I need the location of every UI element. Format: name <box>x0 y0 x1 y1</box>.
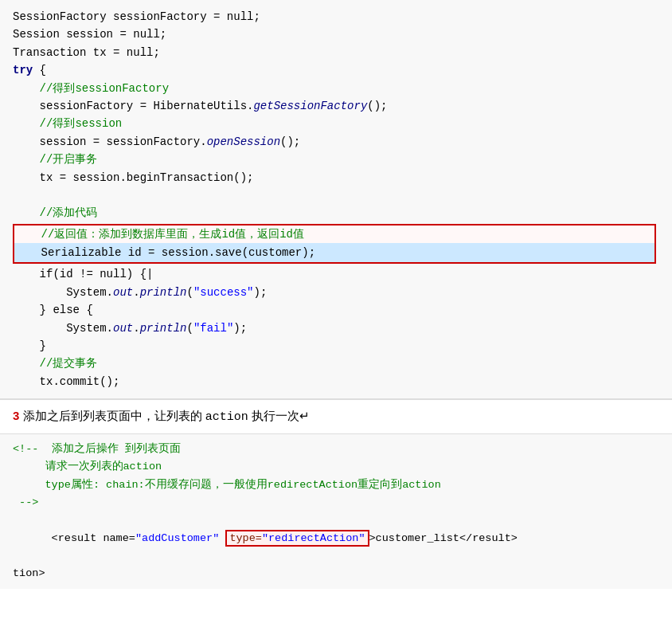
xml-line-5: <result name="addCustomer" type="redirec… <box>13 512 659 565</box>
code-line-13: //返回值：添加到数据库里面，生成id值，返回id值 <box>14 225 654 243</box>
code-line-8: session = sessionFactory.openSession(); <box>13 133 659 151</box>
code-line-10: tx = session.beginTransaction(); <box>13 169 659 186</box>
code-line-19: } <box>13 337 659 355</box>
section-text-2: 执行一次↵ <box>248 409 310 422</box>
highlight-box: //返回值：添加到数据库里面，生成id值，返回id值 Serializable … <box>13 224 656 265</box>
code-line-18: System.out.println("fail"); <box>13 320 659 337</box>
code-line-6: sessionFactory = HibernateUtils.getSessi… <box>13 97 659 115</box>
code-line-16: System.out.println("success"); <box>13 284 659 301</box>
code-line-9: //开启事务 <box>13 151 659 168</box>
xml-line-3: type属性: chain:不用缓存问题，一般使用redirectAction重… <box>13 476 659 494</box>
code-section-top: SessionFactory sessionFactory = null; Se… <box>0 0 672 399</box>
xml-line-1: <!-- 添加之后操作 到列表页面 <box>13 441 659 458</box>
section-code-inline: action <box>205 410 248 424</box>
code-line-20: //提交事务 <box>13 355 659 372</box>
xml-code-section: <!-- 添加之后操作 到列表页面 请求一次列表的action type属性: … <box>0 434 672 589</box>
xml-line-6: tion> <box>13 565 659 582</box>
code-line-1: SessionFactory sessionFactory = null; <box>13 8 659 25</box>
code-line-2: Session session = null; <box>13 25 659 43</box>
section-3-header: 3 添加之后到列表页面中，让列表的 action 执行一次↵ <box>0 399 672 434</box>
xml-line-4: --> <box>13 494 659 512</box>
code-line-14: Serializable id = session.save(customer)… <box>14 243 654 262</box>
code-line-4: try { <box>13 61 659 79</box>
code-line-17: } else { <box>13 301 659 319</box>
code-line-12: //添加代码 <box>13 204 659 222</box>
code-line-empty <box>13 186 659 204</box>
section-number: 3 <box>13 409 19 422</box>
code-line-3: Transaction tx = null; <box>13 44 659 61</box>
section-text: 添加之后到列表页面中，让列表的 <box>23 409 205 422</box>
xml-highlight-attr: type="redirectAction" <box>225 530 369 547</box>
main-container: SessionFactory sessionFactory = null; Se… <box>0 0 672 589</box>
code-line-5: //得到sessionFactory <box>13 80 659 97</box>
xml-line-2: 请求一次列表的action <box>13 458 659 476</box>
code-line-7: //得到session <box>13 115 659 132</box>
code-line-21: tx.commit(); <box>13 373 659 390</box>
code-line-15: if(id != null) {| <box>13 265 659 283</box>
